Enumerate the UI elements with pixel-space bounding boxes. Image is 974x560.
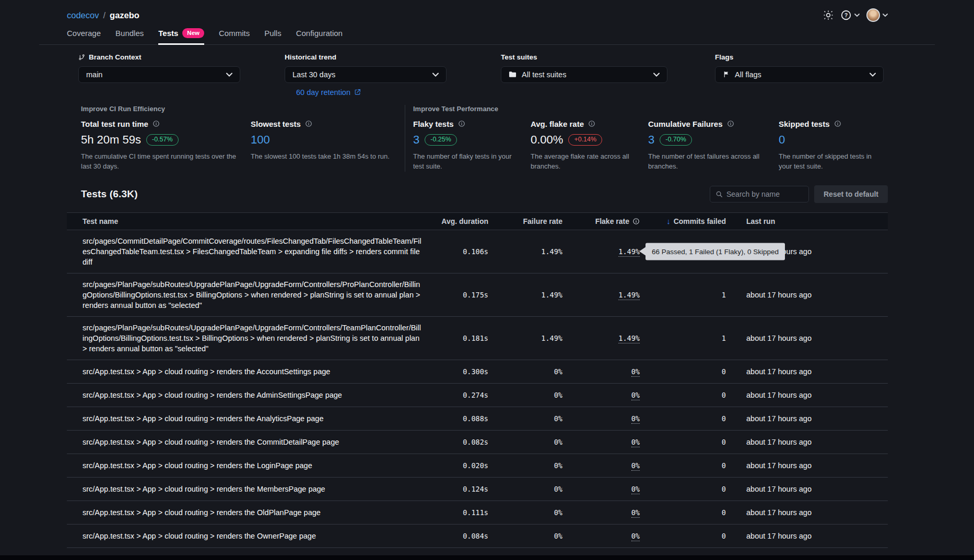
reset-to-default-button[interactable]: Reset to default: [814, 185, 888, 203]
last-run: about 17 hours ago: [726, 414, 888, 423]
tab-configuration[interactable]: Configuration: [296, 28, 343, 45]
table-row: src/pages/PlanPage/subRoutes/UpgradePlan…: [67, 273, 888, 317]
column-failure-rate[interactable]: Failure rate: [488, 217, 562, 225]
tests-count-heading: Tests (6.3K): [81, 188, 138, 200]
column-avg-duration[interactable]: Avg. duration: [436, 217, 488, 225]
chevron-down-icon: [653, 73, 660, 77]
metrics-group-performance: Improve Test Performance Flaky tests 3-0…: [413, 105, 884, 172]
test-name: src/App.test.tsx > App > cloud routing >…: [83, 384, 436, 406]
metrics-divider: [405, 105, 405, 172]
info-icon[interactable]: [458, 120, 465, 127]
historical-trend-select[interactable]: Last 30 days: [285, 66, 447, 83]
metrics-section-label: Improve Test Performance: [413, 105, 884, 113]
test-name: src/pages/CommitDetailPage/CommitCoverag…: [83, 230, 436, 273]
info-icon[interactable]: [305, 120, 312, 127]
theme-toggle-button[interactable]: [823, 10, 834, 20]
info-icon[interactable]: [152, 120, 160, 127]
info-icon[interactable]: [727, 120, 734, 127]
flake-rate-value[interactable]: 0%: [631, 367, 640, 377]
metric-description: The cumulative CI time spent running tes…: [81, 151, 242, 172]
metric-flaky-tests: Flaky tests 3-0.25% The number of flaky …: [413, 120, 531, 172]
metric-total-test-run-time: Total test run time 5h 20m 59s-0.57% The…: [81, 120, 251, 172]
commits-failed: 0: [640, 508, 726, 517]
metric-slowest-tests: Slowest tests 100 The slowest 100 tests …: [251, 120, 405, 172]
breadcrumb-org-link[interactable]: codecov: [67, 10, 99, 20]
metric-description: The slowest 100 tests take 1h 38m 54s to…: [251, 151, 396, 162]
user-menu-button[interactable]: [866, 8, 888, 22]
last-run: about 17 hours ago: [726, 367, 888, 376]
breadcrumb: codecov / gazebo: [67, 10, 139, 20]
flags-label: Flags: [715, 53, 884, 61]
failure-rate: 0%: [488, 414, 562, 423]
info-icon[interactable]: [834, 120, 841, 127]
chevron-down-icon: [870, 73, 876, 77]
avg-duration: 0.106s: [436, 247, 488, 256]
retention-link[interactable]: 60 day retention: [296, 88, 361, 97]
metric-value[interactable]: 100: [251, 133, 270, 147]
column-commits-failed[interactable]: ↓ Commits failed: [640, 217, 726, 225]
flake-rate-value[interactable]: 1.49%: [618, 247, 640, 257]
tab-bundles[interactable]: Bundles: [115, 28, 144, 45]
flake-rate-value[interactable]: 0%: [631, 485, 640, 494]
table-row: src/App.test.tsx > App > cloud routing >…: [67, 360, 888, 384]
flake-rate-value[interactable]: 0%: [631, 532, 640, 541]
avg-duration: 0.020s: [436, 461, 488, 470]
test-name: src/App.test.tsx > App > cloud routing >…: [83, 455, 436, 476]
test-name: src/App.test.tsx > App > cloud routing >…: [83, 431, 436, 453]
flake-rate-value[interactable]: 0%: [631, 508, 640, 518]
tab-commits[interactable]: Commits: [219, 28, 250, 45]
flake-rate-value[interactable]: 1.49%: [618, 291, 640, 300]
commits-failed: 0: [640, 485, 726, 493]
header-actions: ?: [823, 8, 888, 22]
branch-select[interactable]: main: [78, 66, 240, 83]
commits-failed: 0: [640, 367, 726, 376]
avg-duration: 0.084s: [436, 532, 488, 540]
flake-rate-value[interactable]: 0%: [631, 461, 640, 471]
table-row: src/App.test.tsx > App > cloud routing >…: [67, 478, 888, 501]
column-last-run[interactable]: Last run: [726, 217, 888, 225]
flake-rate: 0%: [562, 485, 640, 493]
svg-text:?: ?: [844, 13, 848, 18]
last-run: about 17 hours ago: [726, 438, 888, 446]
tab-pulls[interactable]: Pulls: [264, 28, 281, 45]
metric-skipped-tests: Skipped tests 0 The number of skipped te…: [779, 120, 884, 172]
test-name: src/App.test.tsx > App > cloud routing >…: [83, 361, 436, 383]
flags-select[interactable]: All flags: [715, 66, 884, 83]
info-icon[interactable]: [632, 218, 640, 225]
bottom-edge-strip: [0, 555, 974, 560]
metric-value[interactable]: 3: [648, 133, 654, 147]
search-input[interactable]: [726, 190, 803, 198]
flake-rate: 0%: [562, 461, 640, 470]
metric-title: Total test run time: [81, 120, 242, 128]
commits-failed: 1: [640, 334, 726, 342]
flake-rate-value[interactable]: 1.49%: [618, 334, 640, 343]
failure-rate: 1.49%: [488, 247, 562, 256]
avg-duration: 0.082s: [436, 438, 488, 446]
avatar: [866, 8, 880, 22]
flake-rate-value[interactable]: 0%: [631, 438, 640, 447]
tab-coverage[interactable]: Coverage: [67, 28, 101, 45]
column-flake-rate[interactable]: Flake rate: [562, 217, 640, 225]
tab-tests[interactable]: TestsNew: [158, 28, 204, 45]
flake-rate: 1.49%: [562, 334, 640, 342]
flake-rate-value[interactable]: 0%: [631, 414, 640, 424]
metric-value[interactable]: 3: [413, 133, 419, 147]
column-test-name[interactable]: Test name: [83, 217, 436, 225]
test-suites-select[interactable]: All test suites: [501, 66, 667, 83]
commits-failed: 0: [640, 414, 726, 423]
flake-rate-tooltip: 66 Passed, 1 Failed (1 Flaky), 0 Skipped: [646, 243, 785, 260]
folder-icon: [509, 71, 517, 78]
tests-page: codecov / gazebo ?: [0, 0, 974, 560]
metric-value: 0.00%: [531, 133, 563, 147]
flake-rate-value[interactable]: 0%: [631, 391, 640, 400]
failure-rate: 0%: [488, 461, 562, 470]
help-menu-button[interactable]: ?: [840, 9, 860, 21]
external-link-icon: [354, 89, 361, 96]
metric-value[interactable]: 0: [779, 133, 785, 147]
avg-duration: 0.274s: [436, 391, 488, 399]
test-name: src/App.test.tsx > App > cloud routing >…: [83, 502, 436, 523]
flake-rate: 0%: [562, 391, 640, 399]
breadcrumb-separator: /: [103, 10, 105, 20]
metric-avg-flake-rate: Avg. flake rate 0.00%+0.14% The average …: [531, 120, 648, 172]
info-icon[interactable]: [588, 120, 595, 127]
